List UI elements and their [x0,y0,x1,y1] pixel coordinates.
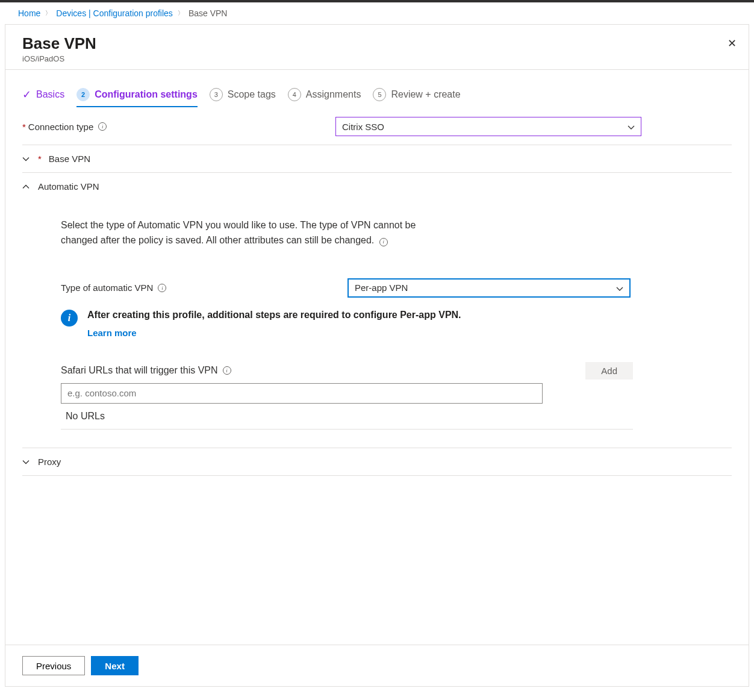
chevron-up-icon [22,182,31,191]
info-icon[interactable]: i [379,238,388,246]
connection-type-select[interactable]: Citrix SSO [335,117,641,136]
wizard-step-label: Assignments [306,89,361,100]
breadcrumb-devices[interactable]: Devices | Configuration profiles [56,8,173,18]
info-icon[interactable]: i [158,284,166,292]
wizard-step-assignments[interactable]: 4 Assignments [288,88,361,101]
wizard-step-review[interactable]: 5 Review + create [373,88,460,101]
select-value: Citrix SSO [342,122,384,132]
breadcrumb-current: Base VPN [188,8,228,18]
auto-vpn-type-select[interactable]: Per-app VPN [347,278,631,298]
wizard-steps: ✓ Basics 2 Configuration settings 3 Scop… [22,88,732,101]
close-button[interactable]: ✕ [728,37,737,50]
wizard-step-number: 4 [288,88,301,101]
auto-vpn-type-row: Type of automatic VPN i Per-app VPN [61,278,732,298]
main-panel: Base VPN iOS/iPadOS ✕ ✓ Basics 2 Configu… [5,24,749,687]
wizard-step-number: 5 [373,88,386,101]
chevron-down-icon [22,457,31,466]
add-button[interactable]: Add [585,362,633,380]
label-text: Safari URLs that will trigger this VPN [61,365,218,376]
page-subtitle: iOS/iPadOS [22,54,732,63]
previous-button[interactable]: Previous [22,656,85,675]
info-icon: i [61,310,78,327]
wizard-step-number: 2 [76,88,90,101]
wizard-step-label: Scope tags [228,89,276,100]
connection-type-label: * Connection type i [22,122,335,132]
safari-url-input[interactable] [61,383,543,404]
next-button[interactable]: Next [91,656,139,675]
info-title: After creating this profile, additional … [87,310,461,320]
wizard-step-number: 3 [210,88,223,101]
auto-vpn-description: Select the type of Automatic VPN you wou… [61,218,422,248]
info-callout: i After creating this profile, additiona… [61,310,732,338]
panel-header: Base VPN iOS/iPadOS ✕ [5,25,749,70]
chevron-right-icon: 〉 [178,9,184,17]
learn-more-link[interactable]: Learn more [87,328,137,338]
info-body: After creating this profile, additional … [87,310,461,338]
wizard-step-label: Review + create [391,89,460,100]
wizard-step-label: Configuration settings [95,89,198,100]
safari-urls-row: Safari URLs that will trigger this VPN i… [61,362,633,380]
select-value: Per-app VPN [355,283,408,293]
chevron-down-icon [616,283,623,293]
chevron-right-icon: 〉 [45,9,51,17]
info-icon[interactable]: i [98,122,107,131]
section-title: Base VPN [49,154,90,164]
label-text: Connection type [28,122,93,132]
auto-vpn-type-label: Type of automatic VPN i [61,283,347,293]
no-urls-text: No URLs [61,404,633,430]
connection-type-row: * Connection type i Citrix SSO [22,117,732,136]
close-icon: ✕ [728,37,737,49]
section-title: Automatic VPN [38,181,99,192]
breadcrumb-home[interactable]: Home [18,8,40,18]
panel-content: ✓ Basics 2 Configuration settings 3 Scop… [5,70,749,645]
footer: Previous Next [5,645,749,686]
info-icon[interactable]: i [223,366,231,375]
safari-urls-label: Safari URLs that will trigger this VPN i [61,365,231,376]
required-indicator: * [38,154,42,164]
automatic-vpn-body: Select the type of Automatic VPN you wou… [22,200,732,448]
page-title: Base VPN [22,34,732,53]
section-title: Proxy [38,457,61,467]
wizard-step-basics[interactable]: ✓ Basics [22,88,64,101]
wizard-step-scope-tags[interactable]: 3 Scope tags [210,88,276,101]
section-proxy[interactable]: Proxy [22,448,732,476]
label-text: Type of automatic VPN [61,283,153,293]
chevron-down-icon [628,122,635,132]
chevron-down-icon [22,154,31,163]
wizard-step-label: Basics [36,89,64,100]
description-text: Select the type of Automatic VPN you wou… [61,220,416,245]
wizard-step-configuration[interactable]: 2 Configuration settings [76,88,198,107]
check-icon: ✓ [22,88,31,101]
section-automatic-vpn[interactable]: Automatic VPN [22,172,732,200]
section-base-vpn[interactable]: * Base VPN [22,145,732,172]
required-indicator: * [22,122,26,132]
breadcrumb: Home 〉 Devices | Configuration profiles … [0,2,754,24]
